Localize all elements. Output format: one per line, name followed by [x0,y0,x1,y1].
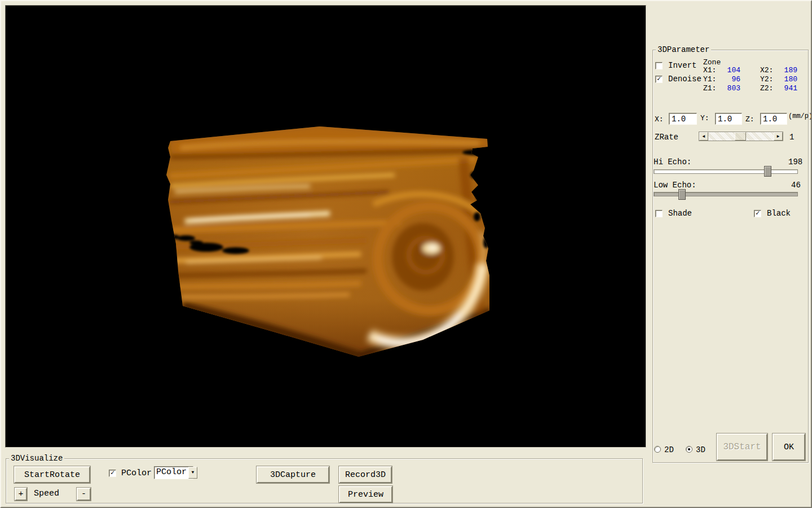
shade-label: Shade [668,209,692,218]
dropdown-arrow-icon[interactable]: ▼ [188,467,197,479]
zone-values: X1: 104 X2: 189 Y1: 96 Y2: 180 Z1: 803 Z… [703,66,797,93]
scale-z-input[interactable] [760,113,787,125]
hi-echo-track[interactable] [654,169,798,174]
visualize-groupbox: 3DVisualize StartRotate + Speed - ✓ PCol… [6,458,643,503]
invert-checkbox[interactable] [655,62,663,69]
speed-plus-button[interactable]: + [15,488,27,501]
zone-x1-label: X1: [703,66,719,75]
hi-echo-value: 198 [788,157,802,167]
pcolor-combobox-value: PColor [155,467,188,479]
denoise-checkbox[interactable]: ✓ [655,76,663,83]
low-echo-track[interactable] [654,192,798,196]
3dcapture-button[interactable]: 3DCapture [257,466,329,483]
invert-label: Invert [668,61,696,70]
zone-row: Y1: 96 Y2: 180 [703,75,797,84]
zone-x2-value: 189 [776,66,797,75]
zone-z2-value: 941 [776,84,797,93]
zone-row: Z1: 803 Z2: 941 [703,84,797,93]
zone-z2-label: Z2: [760,84,776,93]
radio-2d[interactable] [654,446,661,453]
3dstart-button[interactable]: 3DStart [717,433,767,461]
hi-echo-thumb[interactable] [764,166,771,177]
zrate-thumb[interactable] [735,132,746,141]
3d-viewport[interactable] [5,5,646,448]
check-icon: ✓ [756,209,760,217]
radio-3d[interactable] [686,446,692,453]
3d-volume-render [6,6,646,447]
scale-unit-label: (mm/p) [788,112,812,120]
low-echo-label: Low Echo: [654,181,696,190]
zone-x2-label: X2: [760,66,776,75]
start-rotate-button[interactable]: StartRotate [14,466,90,483]
scale-y-input[interactable] [715,113,742,125]
low-echo-thumb[interactable] [678,189,686,200]
zone-z1-label: Z1: [703,84,719,93]
zone-x1-value: 104 [719,66,740,75]
preview-button[interactable]: Preview [339,486,392,503]
parameter-groupbox: 3DParameter Invert ✓ Denoise Zone X1: 10… [652,50,809,463]
zone-row: X1: 104 X2: 189 [703,66,797,75]
denoise-label: Denoise [668,75,701,84]
pcolor-label: PColor [121,468,152,478]
check-icon: ✓ [657,75,661,83]
check-icon: ✓ [111,469,114,477]
radio-3d-label: 3D [696,445,705,454]
pcolor-checkbox[interactable]: ✓ [109,470,116,477]
scale-x-input[interactable] [669,113,697,125]
visualize-group-title: 3DVisualize [9,454,64,463]
zrate-label: ZRate [655,133,678,142]
black-checkbox[interactable]: ✓ [754,210,761,217]
ok-button[interactable]: OK [773,433,805,461]
zone-y2-label: Y2: [760,75,776,84]
zone-y2-value: 180 [776,75,797,84]
record3d-button[interactable]: Record3D [339,466,392,483]
pcolor-combobox[interactable]: PColor ▼ [154,466,193,479]
zrate-track[interactable] [708,132,774,141]
zone-y1-value: 96 [719,75,740,84]
scale-z-label: Z: [745,115,754,124]
zone-y1-label: Y1: [703,75,719,84]
hi-echo-label: Hi Echo: [654,157,691,167]
scale-y-label: Y: [700,114,709,122]
zrate-left-arrow-icon[interactable]: ◄ [699,132,708,141]
speed-label: Speed [34,489,59,498]
app-window: { "icons": { "check": "✓", "arrow_left":… [0,0,812,508]
zrate-value: 1 [789,133,794,142]
zrate-scrollbar[interactable]: ◄ ► [699,132,783,141]
zone-z1-value: 803 [719,84,740,93]
black-label: Black [767,209,791,218]
radio-dot [688,448,690,450]
zrate-right-arrow-icon[interactable]: ► [774,132,783,141]
scale-x-label: X: [655,115,664,124]
speed-minus-button[interactable]: - [77,488,91,501]
zone-title: Zone [703,58,721,67]
shade-checkbox[interactable] [655,210,663,217]
radio-2d-label: 2D [664,445,674,454]
parameter-group-title: 3DParameter [656,45,711,54]
low-echo-value: 46 [791,181,801,190]
